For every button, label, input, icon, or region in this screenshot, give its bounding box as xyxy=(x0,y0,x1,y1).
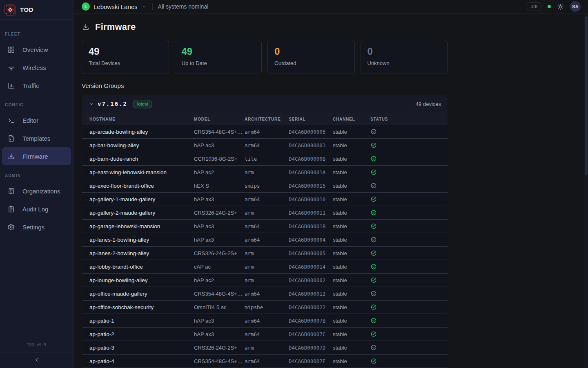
channel-cell: stable xyxy=(333,264,370,270)
chevron-left-icon xyxy=(33,357,40,363)
table-row[interactable]: ap-lobby-brandt-office cAP ac arm D4CA6D… xyxy=(82,260,448,274)
grid-icon xyxy=(7,46,15,54)
table-row[interactable]: ap-arcade-bowling-alley CRS354-48G-4S+… … xyxy=(82,125,448,139)
channel-cell: stable xyxy=(333,304,370,310)
table-row[interactable]: ap-patio-2 hAP ax3 arm64 D4CA6D00007C st… xyxy=(82,328,448,341)
theme-toggle-button[interactable] xyxy=(557,3,564,10)
serial-cell: D4CA6D000003 xyxy=(289,142,333,148)
table-row[interactable]: ap-garage-lebowski-mansion hAP ac3 arm64… xyxy=(82,220,448,233)
sidebar-item-firmware[interactable]: Firmware xyxy=(2,147,71,165)
status-ok-icon xyxy=(370,250,448,256)
hostname-cell: ap-bar-bowling-alley xyxy=(89,142,194,148)
architecture-cell: arm xyxy=(245,169,289,175)
sidebar-item-label: Wireless xyxy=(22,64,46,71)
sidebar-item-organizations[interactable]: Organizations xyxy=(2,182,71,200)
status-ok-icon xyxy=(370,182,448,189)
status-ok-icon xyxy=(370,236,448,243)
scrollbar[interactable] xyxy=(584,15,588,368)
serial-cell: D4CA6D000011 xyxy=(289,210,333,216)
table-row[interactable]: ap-office-sobchak-security OmniTIK 5 ac … xyxy=(82,301,448,314)
chevron-down-icon[interactable] xyxy=(88,101,95,107)
serial-cell: D4CA6D000022 xyxy=(289,304,333,310)
table-row[interactable]: ap-barn-dude-ranch CCR1036-8G-2S+ tile D… xyxy=(82,152,448,166)
status-ok-icon xyxy=(370,317,448,324)
model-cell: hAP ac3 xyxy=(194,142,245,148)
serial-cell: D4CA6D00007E xyxy=(289,358,333,364)
channel-cell: stable xyxy=(333,210,370,216)
column-header-status: STATUS xyxy=(370,117,448,121)
status-ok-icon xyxy=(370,155,448,162)
model-cell: hAP ac2 xyxy=(194,277,245,283)
stat-label: Unknown xyxy=(368,60,441,66)
table-row[interactable]: ap-gallery-2-maude-gallery CRS326-24G-2S… xyxy=(82,206,448,220)
stat-card-up-to-date: 49 Up to Date xyxy=(175,40,262,74)
table-row[interactable]: ap-lanes-1-bowling-alley hAP ax3 arm64 D… xyxy=(82,233,448,247)
table-row[interactable]: ap-east-wing-lebowski-mansion hAP ac2 ar… xyxy=(82,166,448,179)
model-cell: CRS326-24G-2S+ xyxy=(194,210,245,216)
stat-value: 0 xyxy=(368,46,441,57)
command-palette-shortcut[interactable]: ⌘K xyxy=(527,2,541,11)
table-row[interactable]: ap-patio-3 CRS326-24G-2S+ arm D4CA6D0000… xyxy=(82,341,448,355)
sidebar-item-audit-log[interactable]: Audit Log xyxy=(2,200,71,218)
model-cell: OmniTIK 5 ac xyxy=(194,304,245,310)
terminal-icon xyxy=(7,117,15,124)
version-group: v7.16.2 latest 49 devices HOSTNAME MODEL… xyxy=(82,95,448,368)
table-row[interactable]: ap-exec-floor-brandt-office hEX S smips … xyxy=(82,179,448,193)
serial-cell: D4CA6D00001A xyxy=(289,169,333,175)
user-avatar[interactable]: SA xyxy=(570,1,581,12)
architecture-cell: arm64 xyxy=(245,331,289,337)
table-row[interactable]: ap-lounge-bowling-alley hAP ac2 arm D4CA… xyxy=(82,274,448,287)
file-icon xyxy=(7,135,15,142)
sidebar-nav: FLEET Overview Wireless Traffic CONFIG E… xyxy=(0,20,73,343)
org-switcher[interactable]: L Lebowski Lanes xyxy=(82,2,147,11)
hostname-cell: ap-office-maude-gallery xyxy=(89,291,194,297)
column-header-hostname: HOSTNAME xyxy=(89,117,194,121)
status-ok-icon xyxy=(370,290,448,297)
status-ok-icon xyxy=(370,277,448,283)
hostname-cell: ap-gallery-1-maude-gallery xyxy=(89,196,194,202)
sidebar-item-overview[interactable]: Overview xyxy=(2,40,71,58)
channel-cell: stable xyxy=(333,129,370,135)
status-ok-icon xyxy=(370,304,448,310)
sidebar-collapse-button[interactable] xyxy=(0,352,73,367)
model-cell: CRS354-48G-4S+… xyxy=(194,129,245,135)
sidebar-item-wireless[interactable]: Wireless xyxy=(2,58,71,76)
stat-label: Up to Date xyxy=(182,60,255,66)
sidebar-item-templates[interactable]: Templates xyxy=(2,129,71,147)
stat-card-outdated: 0 Outdated xyxy=(267,40,355,74)
topbar: L Lebowski Lanes All systems nominal ⌘K … xyxy=(74,0,588,13)
status-ok-icon xyxy=(370,169,448,175)
table-row[interactable]: ap-patio-4 CRS354-48G-4S+… arm64 D4CA6D0… xyxy=(82,355,448,368)
status-ok-icon xyxy=(370,142,448,148)
sidebar-item-settings[interactable]: Settings xyxy=(2,218,71,236)
sidebar-item-traffic[interactable]: Traffic xyxy=(2,76,71,94)
serial-cell: D4CA6D000006 xyxy=(289,129,333,135)
scrollbar-thumb[interactable] xyxy=(585,16,588,175)
status-ok-icon xyxy=(370,196,448,202)
stat-value: 49 xyxy=(89,46,162,57)
table-row[interactable]: ap-office-maude-gallery CRS354-48G-4S+… … xyxy=(82,287,448,301)
channel-cell: stable xyxy=(333,169,370,175)
version-label: v7.16.2 xyxy=(98,101,127,107)
hostname-cell: ap-patio-3 xyxy=(89,345,194,351)
sidebar-item-label: Templates xyxy=(22,135,50,142)
table-body: ap-arcade-bowling-alley CRS354-48G-4S+… … xyxy=(82,125,448,368)
table-row[interactable]: ap-lanes-2-bowling-alley CRS326-24G-2S+ … xyxy=(82,247,448,260)
serial-cell: D4CA6D000012 xyxy=(289,291,333,297)
sidebar-item-editor[interactable]: Editor xyxy=(2,111,71,129)
table-row[interactable]: ap-bar-bowling-alley hAP ac3 arm64 D4CA6… xyxy=(82,139,448,152)
table-row[interactable]: ap-gallery-1-maude-gallery hAP ax3 arm64… xyxy=(82,193,448,206)
channel-cell: stable xyxy=(333,183,370,189)
architecture-cell: arm xyxy=(245,264,289,270)
table-row[interactable]: ap-patio-1 hAP ac3 arm64 D4CA6D00007B st… xyxy=(82,314,448,328)
hostname-cell: ap-patio-1 xyxy=(89,318,194,324)
status-ok-icon xyxy=(370,263,448,270)
architecture-cell: arm64 xyxy=(245,196,289,202)
version-group-header[interactable]: v7.16.2 latest 49 devices xyxy=(82,95,448,113)
sidebar-footer: TOD v9.5 xyxy=(0,343,73,368)
column-header-serial: SERIAL xyxy=(289,117,333,121)
hostname-cell: ap-exec-floor-brandt-office xyxy=(89,183,194,189)
column-header-architecture: ARCHITECTURE xyxy=(245,117,289,121)
model-cell: hAP ax3 xyxy=(194,196,245,202)
stat-label: Total Devices xyxy=(89,60,162,66)
